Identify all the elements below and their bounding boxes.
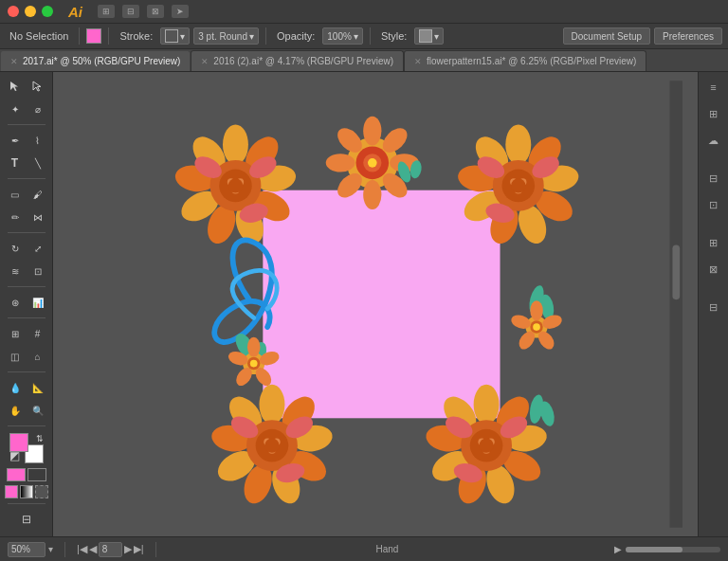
stroke-weight-dropdown[interactable]: 3 pt. Round ▾ — [193, 27, 259, 45]
artboards-panel-btn[interactable]: ⊟ — [702, 296, 725, 318]
svg-point-16 — [223, 124, 248, 164]
zoom-input[interactable] — [8, 542, 46, 557]
magic-wand-tool[interactable]: ✦ — [4, 99, 27, 119]
sep4 — [8, 286, 46, 287]
mesh-tool[interactable]: # — [27, 323, 49, 344]
sep1 — [79, 27, 80, 45]
chart-tool[interactable]: 📊 — [27, 292, 49, 313]
measure-tool[interactable]: 📐 — [27, 377, 49, 398]
scale-tool[interactable]: ⤢ — [27, 238, 49, 259]
shaper-tool[interactable]: ⋈ — [27, 207, 49, 227]
prev-artboard-btn[interactable]: ◀ — [89, 543, 97, 555]
next-artboard-btn[interactable]: ▶ — [124, 543, 132, 555]
maximize-button[interactable] — [42, 6, 53, 17]
properties-btn[interactable]: ⊟ — [702, 167, 725, 190]
color-btn[interactable] — [5, 485, 18, 498]
zoom-dropdown-arrow[interactable]: ▾ — [48, 544, 53, 554]
close-button[interactable] — [8, 6, 19, 17]
eyedropper-tool[interactable]: 💧 — [4, 377, 27, 398]
swap-colors-icon[interactable]: ⇅ — [36, 434, 44, 443]
stroke-color-dropdown[interactable]: ▾ — [160, 27, 190, 45]
tab-close-3[interactable]: ✕ — [414, 57, 422, 66]
gradient-tool[interactable]: ◫ — [4, 346, 27, 367]
svg-point-86 — [264, 438, 279, 452]
blend-tool[interactable]: ⌂ — [27, 346, 49, 367]
direct-selection-tool[interactable] — [27, 76, 49, 97]
style-dropdown[interactable]: ▾ — [414, 27, 444, 45]
rotate-tool[interactable]: ↻ — [4, 238, 27, 259]
color-swatches: ◩ ⇅ — [8, 433, 46, 463]
gradient-btn[interactable] — [20, 485, 33, 498]
selection-label: No Selection — [6, 27, 72, 45]
warp-puppet-tools[interactable]: ≋ ⊡ — [4, 261, 49, 281]
lasso-tool[interactable]: ⌀ — [27, 99, 49, 119]
minimize-button[interactable] — [25, 6, 36, 17]
tab-flowerpattern[interactable]: ✕ flowerpattern15.ai* @ 6.25% (RGB/Pixel… — [404, 50, 646, 71]
selection-tool[interactable] — [4, 76, 27, 97]
browser-icon[interactable]: ⊟ — [122, 5, 139, 18]
play-btn[interactable]: ▶ — [614, 544, 622, 554]
gradient-blend-tools[interactable]: ◫ ⌂ — [4, 346, 49, 367]
artboard-tool[interactable]: ⊞ — [4, 323, 27, 344]
stroke-mode-btn[interactable] — [27, 468, 46, 481]
fill-swatch[interactable] — [86, 28, 101, 44]
rotate-scale-tools[interactable]: ↻ ⤢ — [4, 238, 49, 259]
art-mesh-tools[interactable]: ⊞ # — [4, 323, 49, 344]
text-line-tools[interactable]: T ╲ — [4, 153, 49, 173]
tab-label-3: flowerpattern15.ai* @ 6.25% (RGB/Pixel P… — [427, 56, 636, 66]
tab-close-1[interactable]: ✕ — [10, 57, 18, 66]
align-btn[interactable]: ⊞ — [702, 231, 725, 254]
last-artboard-btn[interactable]: ▶| — [134, 543, 144, 555]
first-artboard-btn[interactable]: |◀ — [77, 543, 87, 555]
symbol-tool[interactable]: ⊛ — [4, 292, 27, 313]
cc-libraries-btn[interactable]: ☁ — [702, 129, 725, 152]
grid-view-icon[interactable]: ⊞ — [98, 5, 115, 18]
zoom-control[interactable]: ▾ — [8, 542, 53, 557]
send-icon[interactable]: ➤ — [172, 5, 189, 18]
warp-tool[interactable]: ≋ — [4, 261, 27, 281]
artboards-btn[interactable]: ⊟ — [4, 509, 49, 530]
svg-point-90 — [474, 385, 500, 425]
links-panel-btn[interactable]: ⊞ — [702, 102, 725, 125]
artboard-nav[interactable]: |◀ ◀ ▶ ▶| — [77, 542, 144, 557]
none-btn[interactable] — [35, 485, 48, 498]
canvas-area[interactable] — [53, 72, 698, 536]
pencil-tool[interactable]: ✏ — [4, 207, 27, 227]
rectangle-tool[interactable]: ▭ — [4, 184, 27, 205]
preferences-button[interactable]: Preferences — [654, 27, 722, 45]
select-tools[interactable] — [4, 76, 49, 97]
hand-tool[interactable]: ✋ — [4, 400, 27, 421]
symbol-chart-tools[interactable]: ⊛ 📊 — [4, 292, 49, 313]
fill-mode-btn[interactable] — [7, 468, 26, 481]
pencil-eraser-tools[interactable]: ✏ ⋈ — [4, 207, 49, 227]
reset-colors-icon[interactable]: ◩ — [9, 449, 20, 462]
shape-tools[interactable]: ▭ 🖌 — [4, 184, 49, 205]
pathfinder-btn[interactable]: ⊠ — [702, 258, 725, 280]
sep4 — [370, 27, 371, 45]
opacity-input[interactable]: 100% ▾ — [322, 27, 363, 45]
pen-tools[interactable]: ✒ ⌇ — [4, 130, 49, 151]
zoom-tool[interactable]: 🔍 — [27, 400, 49, 421]
eyedropper-measure-tools[interactable]: 💧 📐 — [4, 377, 49, 398]
artboard-number-input[interactable] — [99, 542, 122, 557]
curvature-tool[interactable]: ⌇ — [27, 130, 49, 151]
layers-panel-btn[interactable]: ≡ — [702, 76, 725, 99]
traffic-lights — [8, 6, 53, 17]
transform-btn[interactable]: ⊡ — [702, 193, 725, 216]
stroke-label: Stroke: — [116, 27, 156, 45]
type-tool[interactable]: T — [4, 153, 27, 173]
svg-point-13 — [368, 158, 377, 168]
free-transform-tool[interactable]: ⊡ — [27, 261, 49, 281]
tab-close-2[interactable]: ✕ — [201, 57, 209, 66]
document-setup-button[interactable]: Document Setup — [563, 27, 651, 45]
pen-tool[interactable]: ✒ — [4, 130, 27, 151]
tab-2016[interactable]: ✕ 2016 (2).ai* @ 4.17% (RGB/GPU Preview) — [191, 50, 404, 71]
magic-lasso-tools[interactable]: ✦ ⌀ — [4, 99, 49, 119]
tab-2017[interactable]: ✕ 2017.ai* @ 50% (RGB/GPU Preview) — [0, 50, 191, 71]
svg-point-104 — [479, 438, 493, 452]
zoom-hand-tools[interactable]: ✋ 🔍 — [4, 400, 49, 421]
canvas-content — [53, 72, 682, 536]
line-tool[interactable]: ╲ — [27, 153, 49, 173]
layout-icon[interactable]: ⊠ — [147, 5, 164, 18]
paintbrush-tool[interactable]: 🖌 — [27, 184, 49, 205]
